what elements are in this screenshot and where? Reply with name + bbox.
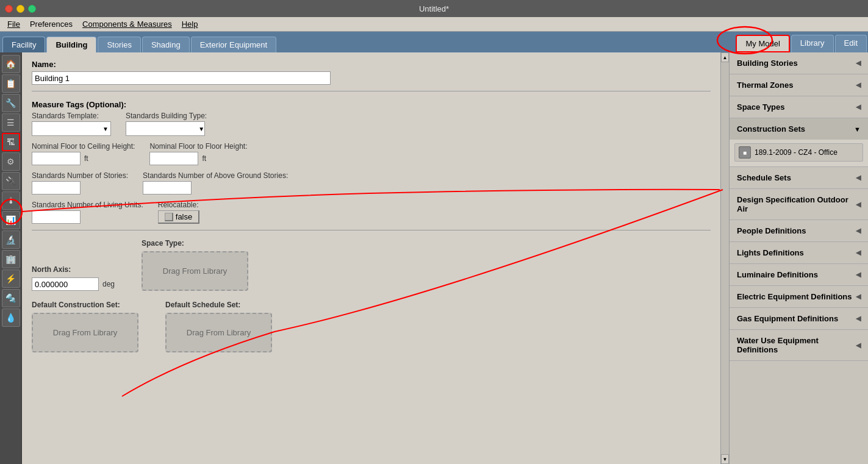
rp-lights-definitions-label: Lights Definitions <box>737 248 804 257</box>
scroll-down[interactable]: ▼ <box>721 454 729 464</box>
sidebar-icon-3[interactable]: 🔧 <box>2 94 20 112</box>
name-input[interactable] <box>32 71 331 85</box>
window-title: Untitled* <box>419 4 449 13</box>
menu-components[interactable]: Components & Measures <box>77 18 177 30</box>
scroll-up[interactable]: ▲ <box>721 52 729 62</box>
tab-exterior-equipment[interactable]: Exterior Equipment <box>191 37 277 52</box>
num-living-col: Standards Number of Living Units: <box>32 201 143 224</box>
tab-my-model[interactable]: My Model <box>736 35 789 52</box>
measure-tags-section: Measure Tags (Optional): Standards Templ… <box>32 100 711 230</box>
rp-gas-equipment-arrow: ◀ <box>856 315 861 323</box>
rp-space-types-label: Space Types <box>737 102 785 112</box>
sidebar-icon-12[interactable]: ⚡ <box>2 269 20 288</box>
standards-template-wrapper[interactable]: ▼ <box>32 121 111 136</box>
tab-stories[interactable]: Stories <box>98 37 140 52</box>
close-button[interactable] <box>5 5 13 13</box>
sidebar-icon-4[interactable]: ☰ <box>2 113 20 132</box>
rp-lights-definitions: Lights Definitions ◀ <box>730 242 868 264</box>
rp-luminaire-definitions-header[interactable]: Luminaire Definitions ◀ <box>730 264 868 285</box>
sidebar-icon-13[interactable]: 🔩 <box>2 289 20 307</box>
rp-building-stories: Building Stories ◀ <box>730 52 868 74</box>
rp-building-stories-header[interactable]: Building Stories ◀ <box>730 52 868 74</box>
floor-floor-unit: ft <box>202 154 206 163</box>
rp-lights-definitions-header[interactable]: Lights Definitions ◀ <box>730 242 868 263</box>
north-axis-input[interactable] <box>32 277 99 291</box>
scrollbar[interactable]: ▲ ▼ <box>720 52 729 464</box>
tab-library[interactable]: Library <box>791 35 834 52</box>
rp-electric-equipment-header[interactable]: Electric Equipment Definitions ◀ <box>730 286 868 307</box>
name-label: Name: <box>32 60 711 69</box>
sidebar-icon-6[interactable]: ⚙ <box>2 152 20 171</box>
standards-building-type-label: Standards Building Type: <box>126 112 207 120</box>
menu-file[interactable]: File <box>2 18 25 30</box>
living-relocatable-row: Standards Number of Living Units: Reloca… <box>32 201 711 224</box>
num-above-ground-label: Standards Number of Above Ground Stories… <box>143 171 288 180</box>
default-schedule-label: Default Schedule Set: <box>165 301 272 309</box>
sidebar-icon-10[interactable]: 🔬 <box>2 230 20 249</box>
rp-people-definitions-header[interactable]: People Definitions ◀ <box>730 220 868 241</box>
maximize-button[interactable] <box>28 5 36 13</box>
sidebar-icon-14[interactable]: 💧 <box>2 309 20 327</box>
sidebar-icon-1[interactable]: 🏠 <box>2 55 20 73</box>
rp-lights-definitions-arrow: ◀ <box>856 249 861 257</box>
tab-facility[interactable]: Facility <box>2 37 45 52</box>
menu-preferences[interactable]: Preferences <box>25 18 77 30</box>
rp-luminaire-definitions: Luminaire Definitions ◀ <box>730 264 868 286</box>
construction-drag-button[interactable]: Drag From Library <box>32 313 138 352</box>
schedule-drag-button[interactable]: Drag From Library <box>165 313 272 352</box>
rp-space-types-arrow: ◀ <box>856 103 861 111</box>
sidebar-icon-8[interactable]: 🌡 <box>2 191 20 210</box>
rp-water-use-equipment-arrow: ◀ <box>856 341 861 349</box>
rp-schedule-sets-arrow: ◀ <box>856 174 861 182</box>
rp-water-use-equipment-header[interactable]: Water Use Equipment Definitions ◀ <box>730 330 868 360</box>
rp-construction-sets-header[interactable]: Construction Sets ▼ <box>730 118 868 140</box>
rp-thermal-zones: Thermal Zones ◀ <box>730 74 868 96</box>
num-stories-input[interactable] <box>32 181 81 195</box>
rp-space-types-header[interactable]: Space Types ◀ <box>730 96 868 118</box>
content-area: Name: Measure Tags (Optional): Standards… <box>22 52 720 464</box>
rp-gas-equipment-header[interactable]: Gas Equipment Definitions ◀ <box>730 308 868 329</box>
sidebar-icon-9[interactable]: 📊 <box>2 211 20 229</box>
default-schedule-col: Default Schedule Set: Drag From Library <box>165 301 272 352</box>
rp-construction-item-label: 189.1-2009 - CZ4 - Office <box>755 148 838 157</box>
menu-help[interactable]: Help <box>177 18 203 30</box>
num-above-ground-input[interactable] <box>143 181 192 195</box>
minimize-button[interactable] <box>16 5 24 13</box>
rp-building-stories-arrow: ◀ <box>856 59 861 67</box>
floor-heights-row: Nominal Floor to Ceiling Height: ft Nomi… <box>32 142 711 165</box>
measure-tags-label: Measure Tags (Optional): <box>32 100 711 109</box>
relocatable-label: Relocatable: <box>158 201 199 209</box>
tab-shading[interactable]: Shading <box>142 37 190 52</box>
tab-building[interactable]: Building <box>46 37 96 52</box>
relocatable-button[interactable]: false <box>158 210 199 224</box>
rp-schedule-sets-header[interactable]: Schedule Sets ◀ <box>730 167 868 188</box>
rp-water-use-equipment-label: Water Use Equipment Definitions <box>737 336 856 354</box>
schedule-drag-label: Drag From Library <box>187 328 251 337</box>
tab-edit[interactable]: Edit <box>835 35 867 52</box>
stories-row: Standards Number of Stories: Standards N… <box>32 171 711 195</box>
rp-luminaire-definitions-arrow: ◀ <box>856 271 861 279</box>
standards-building-type-select[interactable] <box>126 121 205 136</box>
false-label: false <box>176 212 192 221</box>
sidebar-icon-11[interactable]: 🏢 <box>2 250 20 268</box>
rp-gas-equipment-label: Gas Equipment Definitions <box>737 314 838 323</box>
rp-people-definitions-label: People Definitions <box>737 226 806 235</box>
construction-drag-label: Drag From Library <box>53 328 117 337</box>
standards-template-select[interactable] <box>32 121 111 136</box>
space-type-drag-button[interactable]: Drag From Library <box>142 251 248 291</box>
floor-ceiling-input[interactable] <box>32 152 81 165</box>
rp-building-stories-label: Building Stories <box>737 59 798 68</box>
rp-construction-item-1[interactable]: ■ 189.1-2009 - CZ4 - Office <box>734 143 863 162</box>
window-controls <box>5 5 36 13</box>
standards-building-type-wrapper[interactable]: ▼ <box>126 121 207 136</box>
rp-thermal-zones-header[interactable]: Thermal Zones ◀ <box>730 74 868 96</box>
rp-space-types: Space Types ◀ <box>730 96 868 118</box>
sidebar-icon-7[interactable]: 🔌 <box>2 172 20 190</box>
rp-design-spec-header[interactable]: Design Specification Outdoor Air ◀ <box>730 189 868 220</box>
num-living-input[interactable] <box>32 210 81 224</box>
sidebar-icon-2[interactable]: 📋 <box>2 74 20 93</box>
left-sidebar: 🏠 📋 🔧 ☰ 🏗 ⚙ 🔌 🌡 📊 🔬 🏢 ⚡ 🔩 💧 <box>0 52 22 464</box>
sidebar-icon-5[interactable]: 🏗 <box>2 133 20 151</box>
floor-floor-input[interactable] <box>149 152 198 165</box>
name-section: Name: <box>32 60 711 91</box>
